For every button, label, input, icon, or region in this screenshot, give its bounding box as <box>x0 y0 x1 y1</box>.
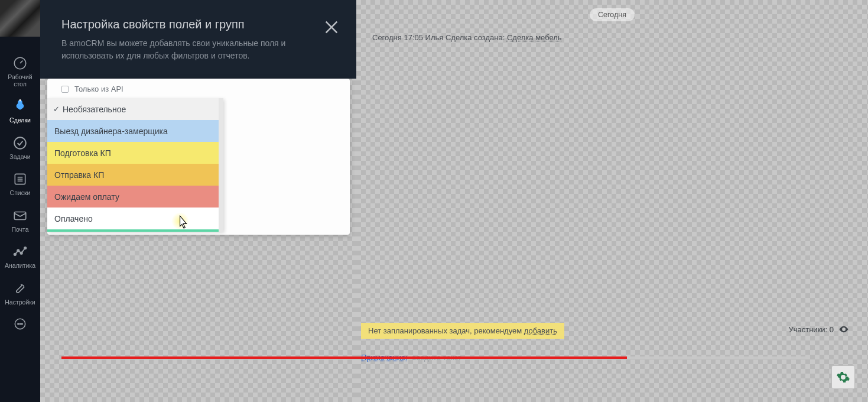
svg-point-8 <box>14 254 16 255</box>
video-progress-played[interactable] <box>61 356 627 359</box>
option-label: Отправка КП <box>54 170 104 180</box>
settings-gear-button[interactable] <box>831 365 855 389</box>
field-settings-panel: Только из API Необязательное Выезд дизай… <box>47 79 350 235</box>
check-icon <box>12 135 28 151</box>
chat-icon <box>12 316 28 333</box>
participants-label: Участники: 0 <box>788 325 834 334</box>
log-text: Сегодня 17:05 Илья Сделка создана: <box>372 33 507 42</box>
svg-rect-1 <box>19 99 21 101</box>
dropdown-option[interactable]: Ожидаем оплату <box>47 186 223 208</box>
sidebar-item-analytics[interactable]: Аналитика <box>0 239 40 275</box>
sidebar-item-dashboard[interactable]: Рабочий стол <box>0 50 40 93</box>
deals-icon <box>12 98 28 115</box>
sidebar-item-label: Рабочий стол <box>8 74 32 87</box>
sidebar-item-label: Сделки <box>9 117 31 124</box>
gauge-icon <box>12 55 28 72</box>
sidebar-item-tasks[interactable]: Задачи <box>0 130 40 167</box>
dropdown-option[interactable]: Выезд дизайнера-замерщика <box>47 120 223 142</box>
scrollbar[interactable] <box>219 98 223 232</box>
sidebar-item-label: Настройки <box>5 299 35 306</box>
api-only-row[interactable]: Только из API <box>47 79 350 98</box>
add-task-link[interactable]: добавить <box>524 326 557 335</box>
svg-point-10 <box>21 252 22 254</box>
dropdown-option[interactable]: Отправка КП <box>47 164 223 186</box>
analytics-icon <box>12 244 28 260</box>
sidebar-item-label: Списки <box>10 190 31 197</box>
sidebar-item-deals[interactable]: Сделки <box>0 93 40 130</box>
sidebar-item-lists[interactable]: Списки <box>0 166 40 203</box>
header-thumbnail <box>0 0 40 37</box>
today-badge: Сегодня <box>590 8 635 21</box>
sidebar-item-chat[interactable] <box>0 312 40 341</box>
video-progress-buffer[interactable] <box>627 356 810 359</box>
sidebar-item-label: Задачи <box>9 154 30 161</box>
close-button[interactable] <box>322 18 341 37</box>
sidebar-item-label: Почта <box>11 226 28 234</box>
sidebar-item-settings[interactable]: Настройки <box>0 275 40 312</box>
sidebar: Рабочий стол Сделки Задачи Списки Почта … <box>0 0 40 402</box>
mail-icon <box>12 208 28 224</box>
modal-subtitle: В amoCRM вы можете добавлять свои уникал… <box>61 37 310 62</box>
no-tasks-banner: Нет запланированных задач, рекомендуем д… <box>361 323 564 339</box>
svg-point-15 <box>21 323 22 325</box>
checkbox-icon[interactable] <box>61 86 69 93</box>
option-label: Оплачено <box>54 214 93 223</box>
svg-point-2 <box>14 137 26 149</box>
wrench-icon <box>12 280 28 297</box>
participants-counter: Участники: 0 <box>788 324 849 335</box>
svg-point-14 <box>19 323 21 325</box>
svg-point-9 <box>17 249 19 251</box>
eye-icon[interactable] <box>838 324 849 335</box>
sidebar-item-label: Аналитика <box>5 262 35 270</box>
svg-rect-7 <box>14 212 26 219</box>
dropdown-option[interactable]: Оплачено <box>47 208 223 229</box>
sidebar-item-mail[interactable]: Почта <box>0 203 40 239</box>
modal-header: Настройка свойств полей и групп В amoCRM… <box>40 0 356 79</box>
option-label: Необязательное <box>63 105 126 114</box>
svg-point-11 <box>24 247 26 249</box>
status-dropdown: Необязательное Выезд дизайнера-замерщика… <box>47 98 223 232</box>
api-only-label: Только из API <box>74 85 123 93</box>
modal-title: Настройка свойств полей и групп <box>61 18 340 31</box>
list-icon <box>12 171 28 187</box>
option-label: Ожидаем оплату <box>54 192 119 202</box>
svg-point-13 <box>18 323 19 325</box>
svg-point-18 <box>843 329 845 330</box>
no-tasks-text: Нет запланированных задач, рекомендуем <box>368 326 524 335</box>
dropdown-option-selected[interactable]: Необязательное <box>47 98 223 120</box>
dropdown-accent-bar <box>47 229 223 232</box>
option-label: Подготовка КП <box>54 148 111 158</box>
activity-log-entry: Сегодня 17:05 Илья Сделка создана: Сделк… <box>372 33 562 42</box>
right-content-area: Сегодня Сегодня 17:05 Илья Сделка создан… <box>356 0 868 402</box>
option-label: Выезд дизайнера-замерщика <box>54 127 168 136</box>
dropdown-option[interactable]: Подготовка КП <box>47 142 223 164</box>
log-link[interactable]: Сделка мебель <box>507 33 562 42</box>
